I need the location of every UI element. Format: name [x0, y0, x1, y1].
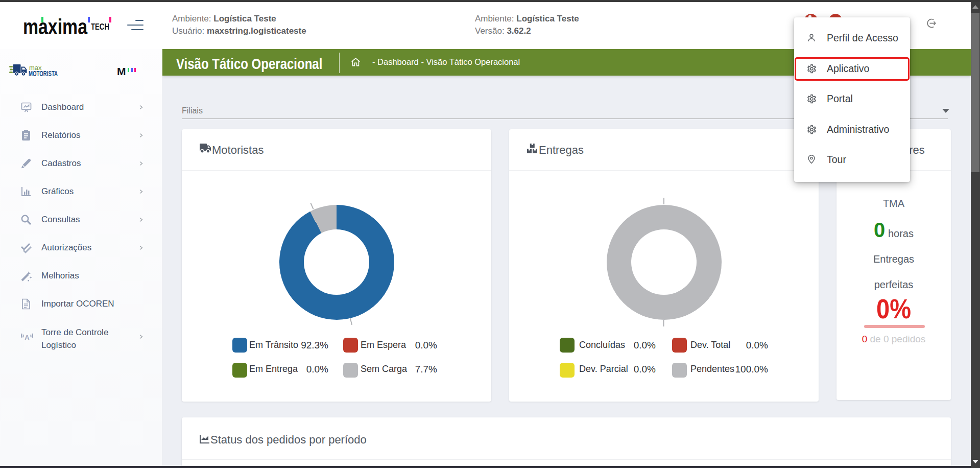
- svg-text:A: A: [25, 334, 30, 341]
